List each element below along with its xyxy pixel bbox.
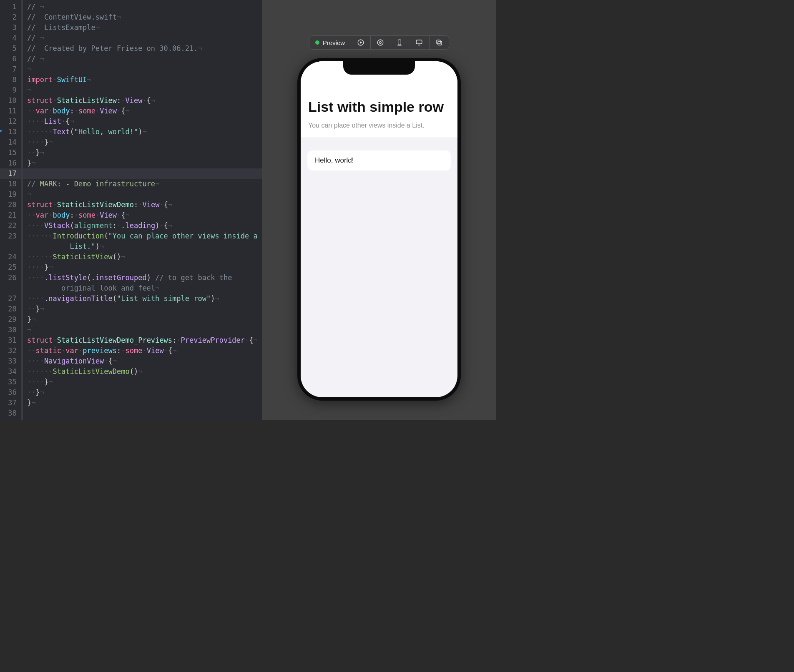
svg-point-2 bbox=[379, 42, 382, 44]
list-cell[interactable]: Hello, world! bbox=[307, 150, 451, 171]
display-button[interactable] bbox=[409, 36, 430, 49]
list: Hello, world! bbox=[301, 138, 457, 183]
duplicate-button[interactable] bbox=[430, 36, 449, 49]
current-line[interactable] bbox=[23, 168, 262, 179]
cell-label: Hello, world! bbox=[315, 156, 354, 164]
phone-screen[interactable]: List with simple row You can place other… bbox=[301, 61, 457, 397]
status-dot-icon bbox=[315, 40, 319, 45]
device-settings-button[interactable] bbox=[390, 36, 409, 49]
svg-rect-5 bbox=[438, 41, 442, 45]
svg-point-1 bbox=[377, 40, 383, 45]
svg-rect-3 bbox=[398, 40, 401, 45]
inspector-icon bbox=[377, 39, 384, 46]
code-area[interactable]: // ¬ // ContentView.swift¬ // ListsExamp… bbox=[23, 0, 262, 420]
play-icon bbox=[357, 39, 364, 46]
preview-label: Preview bbox=[323, 39, 345, 46]
display-icon bbox=[415, 39, 423, 46]
line-gutter: 1234567891011121314151617181920212223242… bbox=[0, 0, 21, 420]
preview-button[interactable]: Preview bbox=[309, 36, 351, 49]
svg-rect-4 bbox=[416, 40, 422, 44]
device-config-icon bbox=[396, 39, 403, 46]
code-editor[interactable]: 1234567891011121314151617181920212223242… bbox=[0, 0, 262, 420]
duplicate-icon bbox=[435, 39, 443, 46]
inspect-button[interactable] bbox=[371, 36, 390, 49]
run-button[interactable] bbox=[351, 36, 371, 49]
phone-device: List with simple row You can place other… bbox=[297, 58, 461, 401]
notch bbox=[343, 61, 415, 75]
nav-title: List with simple row bbox=[308, 99, 450, 115]
preview-toolbar: Preview bbox=[309, 35, 449, 50]
intro-text: You can place other views inside a List. bbox=[308, 122, 450, 129]
preview-panel: Preview List with simple row You can pla… bbox=[262, 0, 496, 420]
svg-rect-6 bbox=[437, 40, 440, 44]
breakpoint-indicator[interactable] bbox=[0, 130, 2, 132]
